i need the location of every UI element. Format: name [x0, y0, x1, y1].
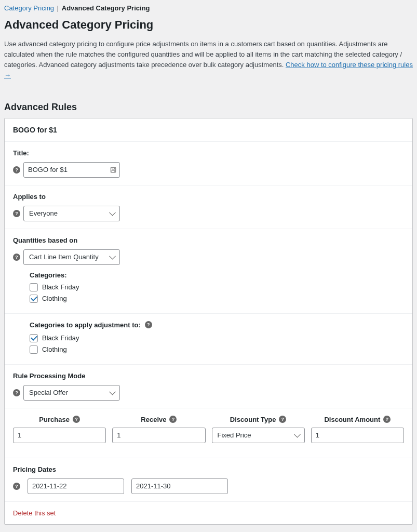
delete-section: Delete this set [5, 501, 412, 524]
table-header: Purchase ? Receive ? Discount Type ? Dis… [5, 416, 412, 423]
dates-label: Pricing Dates [13, 466, 404, 473]
categories-list: Black Friday Clothing [30, 283, 404, 303]
date-from-input[interactable] [28, 478, 124, 494]
table-row: Fixed Price [5, 428, 412, 450]
applies-to-section: Applies to ? Everyone [5, 185, 412, 229]
help-icon[interactable]: ? [13, 389, 20, 396]
category-checkbox-black-friday[interactable] [30, 283, 38, 291]
apply-to-row: Clothing [30, 345, 404, 354]
help-icon[interactable]: ? [145, 321, 152, 328]
quantities-select[interactable]: Cart Line Item Quantity [23, 249, 120, 265]
help-icon[interactable]: ? [13, 166, 20, 174]
help-icon[interactable]: ? [13, 483, 20, 490]
col-discount-amount-label: Discount Amount [324, 416, 380, 423]
rules-heading: Advanced Rules [4, 102, 413, 113]
applies-to-label: Applies to [13, 193, 404, 201]
help-icon[interactable]: ? [73, 416, 80, 423]
rule-name-header: BOGO for $1 [5, 118, 412, 141]
category-row: Clothing [30, 295, 404, 303]
title-input[interactable] [23, 162, 120, 178]
apply-to-label-text: Clothing [42, 345, 67, 353]
apply-to-label: Categories to apply adjustment to: [30, 321, 141, 329]
delete-set-link[interactable]: Delete this set [5, 502, 64, 524]
col-purchase: Purchase ? [13, 416, 106, 423]
mode-select[interactable]: Special Offer [23, 385, 120, 401]
categories-label: Categories: [30, 271, 404, 279]
apply-to-section: Categories to apply adjustment to: ? Bla… [5, 313, 412, 364]
help-icon[interactable]: ? [169, 416, 177, 423]
quantities-label: Quantities based on [13, 236, 404, 244]
page-title: Advanced Category Pricing [4, 18, 413, 32]
discount-type-select[interactable]: Fixed Price [212, 428, 305, 443]
col-discount-type-label: Discount Type [230, 416, 276, 423]
col-receive-label: Receive [141, 416, 166, 423]
col-discount-amount: Discount Amount ? [311, 416, 404, 423]
date-to-input[interactable] [131, 478, 228, 494]
mode-section: Rule Processing Mode ? Special Offer [5, 364, 412, 408]
title-label: Title: [13, 149, 404, 157]
apply-to-list: Black Friday Clothing [30, 334, 404, 354]
col-discount-type: Discount Type ? [212, 416, 305, 423]
help-icon[interactable]: ? [13, 254, 20, 261]
purchase-input[interactable] [13, 428, 106, 443]
applies-to-select[interactable]: Everyone [23, 206, 120, 221]
breadcrumb-separator: | [57, 4, 59, 12]
intro-text: Use advanced category pricing to configu… [4, 39, 413, 81]
quantities-section: Quantities based on ? Cart Line Item Qua… [5, 229, 412, 313]
apply-to-row: Black Friday [30, 334, 404, 342]
breadcrumb-current: Advanced Category Pricing [62, 4, 150, 12]
category-label: Clothing [42, 295, 67, 302]
help-icon[interactable]: ? [383, 416, 391, 423]
mode-label: Rule Processing Mode [13, 372, 404, 380]
col-purchase-label: Purchase [39, 416, 70, 423]
discount-amount-input[interactable] [311, 428, 404, 443]
category-row: Black Friday [30, 283, 404, 291]
help-icon[interactable]: ? [13, 210, 20, 217]
dates-section: Pricing Dates ? [5, 458, 412, 501]
receive-input[interactable] [112, 428, 205, 443]
apply-to-label-text: Black Friday [42, 334, 79, 342]
category-checkbox-clothing[interactable] [30, 295, 38, 303]
title-section: Title: ? [5, 141, 412, 185]
rule-box: BOGO for $1 Title: ? Applies to ? Everyo… [4, 118, 413, 525]
breadcrumb: Category Pricing | Advanced Category Pri… [4, 4, 413, 12]
apply-to-checkbox-black-friday[interactable] [30, 334, 38, 342]
apply-to-checkbox-clothing[interactable] [30, 345, 38, 354]
category-label: Black Friday [42, 283, 79, 291]
adjustment-table-section: Purchase ? Receive ? Discount Type ? Dis… [5, 408, 412, 458]
col-receive: Receive ? [112, 416, 205, 423]
breadcrumb-link-category-pricing[interactable]: Category Pricing [4, 4, 54, 12]
help-icon[interactable]: ? [279, 416, 286, 423]
